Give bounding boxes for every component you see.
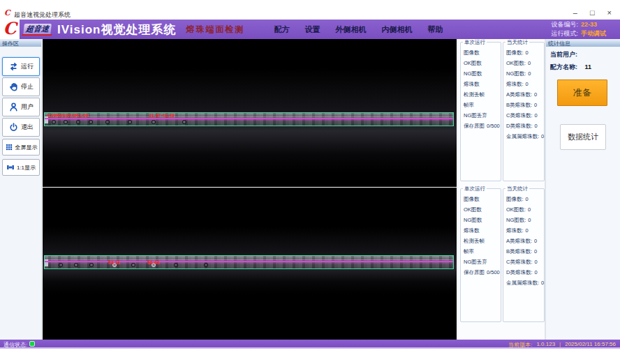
outer-camera-view[interactable]: 4.69R0S39.8R1.69 31.57 41.49 bbox=[43, 39, 457, 187]
stat-label: 熔珠数 bbox=[464, 79, 480, 89]
stat-label: B类熔珠数: bbox=[506, 100, 532, 110]
stat-value: 0 bbox=[535, 121, 538, 131]
stat-row: 图像数: 0 bbox=[503, 194, 544, 204]
stat-label: OK图数: bbox=[506, 204, 526, 215]
comm-status-label: 通信状态: bbox=[3, 341, 27, 349]
exit-button-label: 退出 bbox=[21, 123, 34, 132]
menu-item[interactable]: 帮助 bbox=[427, 24, 443, 35]
stat-label: B类熔珠数: bbox=[506, 246, 532, 257]
fullscreen-button[interactable]: 全屏显示 bbox=[2, 139, 40, 156]
stat-value: 0 bbox=[534, 236, 537, 246]
stat-row: 帧率 bbox=[461, 246, 501, 257]
exit-button[interactable]: 退出 bbox=[2, 118, 40, 137]
stat-value: 0 bbox=[535, 267, 538, 278]
brand-logo-notch: C bbox=[0, 19, 20, 39]
info-panel-title: 统计信息 bbox=[546, 39, 620, 47]
os-titlebar: C 超音速视觉处理系统 – □ × bbox=[0, 0, 620, 20]
stat-value: 0 bbox=[535, 110, 538, 121]
one-to-one-icon bbox=[6, 163, 15, 172]
groupbox-title: 单次运行 bbox=[463, 185, 487, 192]
run-mode-row: 运行模式: 手动调试 bbox=[551, 29, 616, 38]
stat-row: OK图数 bbox=[461, 204, 501, 215]
bead-marker bbox=[182, 120, 186, 124]
stat-label: D类熔珠数: bbox=[506, 121, 533, 131]
upper-single-run-groupbox: 单次运行 图像数 OK图数 NG图数 熔珠数 检测丢帧 bbox=[460, 42, 501, 181]
stat-row: 熔珠数: 0 bbox=[503, 225, 544, 236]
stat-row: 图像数 bbox=[461, 194, 501, 204]
stat-label: 图像数: bbox=[506, 194, 524, 204]
bead-marker bbox=[74, 263, 78, 267]
menu-item[interactable]: 外侧相机 bbox=[335, 24, 366, 35]
menu-item[interactable]: 设置 bbox=[304, 24, 320, 35]
current-user-label: 当前用户: bbox=[550, 51, 577, 58]
inner-camera-view[interactable]: 53.11 56.43 bbox=[43, 188, 457, 340]
window-title: 超音速视觉处理系统 bbox=[14, 10, 71, 20]
stat-label: NG图数: bbox=[506, 215, 526, 225]
prepare-button[interactable]: 准备 bbox=[557, 79, 607, 106]
stat-value: 0 bbox=[526, 225, 529, 236]
menu-item[interactable]: 内侧相机 bbox=[381, 24, 412, 35]
close-button[interactable]: × bbox=[607, 9, 612, 17]
stat-row: 检测丢帧 bbox=[461, 89, 501, 100]
laser-line bbox=[45, 261, 453, 262]
stat-row: NG图数: 0 bbox=[503, 68, 544, 79]
brand-logo-icon: C bbox=[3, 18, 16, 38]
menu-item[interactable]: 配方 bbox=[274, 24, 289, 35]
stat-label: 熔珠数: bbox=[506, 225, 524, 236]
app-header: 超音速 IVision视觉处理系统 熔珠端面检测 配方设置外侧相机内侧相机帮助 … bbox=[20, 20, 620, 39]
stat-row: 保存原图 0/500 bbox=[461, 121, 501, 131]
stat-value: 0 bbox=[526, 194, 529, 204]
stat-label: 金属屑熔珠数: bbox=[506, 278, 539, 288]
data-statistics-button[interactable]: 数据统计 bbox=[560, 124, 606, 150]
stat-value: 0 bbox=[528, 215, 531, 225]
task-subtitle: 熔珠端面检测 bbox=[186, 24, 244, 36]
stat-label: NG图数 bbox=[464, 68, 482, 79]
version-label: 当前版本: bbox=[508, 341, 532, 349]
stat-value: 0/500 bbox=[487, 267, 500, 278]
stat-label: A类熔珠数: bbox=[506, 236, 532, 246]
bead-marker bbox=[76, 120, 80, 124]
stop-button[interactable]: 停止 bbox=[2, 77, 40, 96]
window-controls: – □ × bbox=[573, 9, 612, 17]
stat-label: 检测丢帧 bbox=[464, 89, 485, 100]
device-number-value: 22-33 bbox=[581, 20, 616, 29]
bead-marker bbox=[174, 263, 178, 267]
stat-label: 熔珠数 bbox=[464, 225, 480, 236]
statistics-info-panel: 统计信息 当前用户: 配方名称: 11 准备 数据统计 bbox=[545, 39, 620, 340]
run-mode-value: 手动调试 bbox=[581, 29, 616, 38]
bead-marker bbox=[64, 120, 68, 124]
one-to-one-button-label: 1:1显示 bbox=[17, 164, 36, 172]
bead-marker bbox=[152, 120, 156, 124]
recipe-name-row: 配方名称: 11 bbox=[550, 63, 616, 72]
restore-button[interactable]: □ bbox=[590, 9, 595, 17]
stat-row: 图像数: 0 bbox=[503, 47, 544, 58]
stat-row: OK图数: 0 bbox=[503, 58, 544, 68]
lower-single-run-groupbox: 单次运行 图像数 OK图数 NG图数 熔珠数 检测丢帧 bbox=[460, 188, 501, 322]
minimize-button[interactable]: – bbox=[573, 9, 577, 17]
stat-value: 0 bbox=[528, 204, 531, 215]
version-info: 当前版本: 1.0.123 | 2025/02/11 16:57:56 bbox=[508, 341, 616, 349]
stat-row: B类熔珠数: 0 bbox=[503, 246, 544, 257]
stat-label: OK图数 bbox=[464, 58, 482, 68]
bead-marker bbox=[52, 120, 56, 124]
stat-label: A类熔珠数: bbox=[506, 89, 532, 100]
run-button[interactable]: 运行 bbox=[2, 57, 40, 76]
stat-label: C类熔珠数: bbox=[506, 257, 533, 267]
stat-row: A类熔珠数: 0 bbox=[503, 236, 544, 246]
measurement-annotation: 4.69R0S39.8R1.69 bbox=[47, 113, 89, 118]
stat-label: 图像数 bbox=[464, 47, 480, 58]
stat-row: C类熔珠数: 0 bbox=[503, 110, 544, 121]
stat-label: 帧率 bbox=[464, 100, 474, 110]
stat-row: 金属屑熔珠数: 0 bbox=[503, 278, 544, 288]
lower-daily-groupbox: 当天统计 图像数: 0 OK图数: 0 NG图数: 0 熔珠数: 0 A类 bbox=[503, 188, 545, 322]
recipe-name-value: 11 bbox=[585, 63, 592, 70]
stat-label: D类熔珠数: bbox=[506, 267, 533, 278]
stat-row: B类熔珠数: 0 bbox=[503, 100, 544, 110]
measurement-annotation: 31.57 41.49 bbox=[149, 113, 175, 118]
stat-label: NG图丢弃 bbox=[464, 110, 487, 121]
user-button[interactable]: 用户 bbox=[2, 98, 40, 116]
stat-value: 0 bbox=[534, 89, 537, 100]
detected-strip-region bbox=[44, 255, 454, 269]
one-to-one-button[interactable]: 1:1显示 bbox=[2, 159, 40, 176]
stat-value: 0 bbox=[534, 246, 537, 257]
